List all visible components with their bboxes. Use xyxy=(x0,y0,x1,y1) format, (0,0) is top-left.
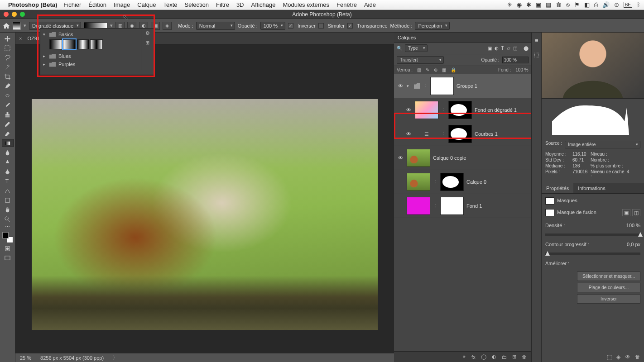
link-layers-icon[interactable]: ⚭ xyxy=(462,354,466,360)
tab-informations[interactable]: Informations xyxy=(573,183,610,193)
marquee-tool[interactable] xyxy=(2,44,14,52)
lock-transparency-icon[interactable]: ▨ xyxy=(417,67,421,72)
doc-dimensions[interactable]: 8256 px x 5504 px (300 ppp) xyxy=(40,355,104,361)
opacity-value[interactable]: 100 % xyxy=(260,22,285,30)
density-slider[interactable] xyxy=(545,233,640,236)
lock-paint-icon[interactable]: ✎ xyxy=(426,67,429,72)
layer-gradient-fill[interactable]: 👁 ⋮ Fond en dégradé 1 xyxy=(394,98,531,122)
stamp-tool[interactable] xyxy=(2,110,14,119)
wand-tool[interactable] xyxy=(2,63,14,71)
menubar-tray[interactable]: ✳ ◉ ✱ ▣ ▤ 🗑 ⎋ ⚑ ◧ ⎙ 🔊 ⊙ BE ᛒ xyxy=(507,1,640,8)
layer-name[interactable]: Fond 1 xyxy=(466,203,482,209)
menu-filter[interactable]: Filtre xyxy=(216,1,229,8)
density-value[interactable]: 100 % xyxy=(626,223,640,228)
layer-background[interactable]: ⋮ Fond 1 xyxy=(394,194,531,218)
filter-type-icon[interactable]: T xyxy=(501,46,504,51)
pixel-mask-icon[interactable]: ▣ xyxy=(622,209,630,216)
eyedropper-tool[interactable] xyxy=(2,82,14,90)
menu-plugins[interactable]: Modules externes xyxy=(283,1,329,8)
lock-all-icon[interactable]: 🔒 xyxy=(451,67,456,72)
filter-shape-icon[interactable]: ▱ xyxy=(507,46,510,51)
gradient-presets-panel[interactable]: ▾Basics ▸Blues ▸Purples ⚙ ⊞ xyxy=(40,28,154,75)
color-range-button[interactable]: Plage de couleurs... xyxy=(577,283,640,292)
blend-mode-dropdown[interactable]: Normal xyxy=(196,22,235,30)
histogram-source-dropdown[interactable]: Image entière xyxy=(565,141,640,148)
link-icon[interactable]: ⋮ xyxy=(433,204,437,209)
layer-name[interactable]: Courbes 1 xyxy=(475,131,498,137)
chevron-down-icon[interactable]: ▾ xyxy=(407,84,411,88)
mask-thumbnail[interactable] xyxy=(440,197,464,215)
canvas[interactable] xyxy=(15,44,394,353)
new-preset-icon[interactable]: ⊞ xyxy=(145,40,149,46)
eraser-tool[interactable] xyxy=(2,129,14,138)
link-icon[interactable]: ⋮ xyxy=(441,108,446,113)
new-layer-icon[interactable]: ⊞ xyxy=(512,354,516,360)
move-tool[interactable] xyxy=(2,34,14,43)
quickmask-icon[interactable] xyxy=(2,244,14,252)
link-icon[interactable]: ⋮ xyxy=(433,180,437,185)
gradient-diamond-icon[interactable]: ◈ xyxy=(163,22,172,30)
healing-tool[interactable] xyxy=(2,91,14,100)
menu-display[interactable]: Affichage xyxy=(251,1,276,8)
zoom-level[interactable]: 25 % xyxy=(20,355,31,361)
preset-swatch-selected[interactable] xyxy=(63,39,76,49)
link-icon[interactable]: ⋮ xyxy=(423,84,428,89)
apply-mask-icon[interactable]: ◈ xyxy=(616,354,620,360)
toggle-mask-icon[interactable]: 👁 xyxy=(625,354,630,360)
dodge-tool[interactable] xyxy=(2,158,14,166)
tray-icon[interactable]: ◉ xyxy=(517,1,522,8)
collapsed-panel-strip[interactable]: ≡ ⬚ xyxy=(532,33,542,362)
preset-group-purples[interactable]: ▸Purples xyxy=(43,60,138,68)
crop-tool[interactable] xyxy=(2,72,14,81)
menu-file[interactable]: Fichier xyxy=(63,1,81,8)
filter-toggle[interactable]: ⬤ xyxy=(524,46,529,51)
type-tool[interactable]: T xyxy=(2,177,14,185)
menu-layer[interactable]: Calque xyxy=(137,1,156,8)
brush-tool[interactable] xyxy=(2,101,14,109)
edit-toolbar[interactable]: ⋯ xyxy=(2,224,14,229)
tray-icon[interactable]: ⎋ xyxy=(566,1,570,8)
home-icon[interactable] xyxy=(3,23,10,29)
blend-mode-dropdown[interactable]: Transfert xyxy=(397,56,444,64)
method-dropdown[interactable]: Perception xyxy=(415,22,450,30)
screenmode-icon[interactable] xyxy=(2,254,14,262)
lasso-tool[interactable] xyxy=(2,53,14,62)
menu-selection[interactable]: Sélection xyxy=(185,1,209,8)
visibility-icon[interactable]: 👁 xyxy=(397,155,404,161)
mask-type-icon[interactable] xyxy=(545,197,554,205)
visibility-icon[interactable]: 👁 xyxy=(405,131,412,137)
feather-value[interactable]: 0,0 px xyxy=(627,242,640,247)
tray-icon[interactable]: BE xyxy=(624,2,632,8)
zoom-tool[interactable] xyxy=(2,215,14,223)
tray-icon[interactable]: ✳ xyxy=(507,1,512,8)
visibility-icon[interactable]: 👁 xyxy=(397,83,404,89)
layer-group-1[interactable]: 👁 ▾ ⋮ Groupe 1 xyxy=(394,74,531,98)
layer-name[interactable]: Calque 0 xyxy=(466,179,486,185)
fx-icon[interactable]: fx xyxy=(471,354,476,360)
panel-icon[interactable]: ⬚ xyxy=(534,51,539,58)
inverse-checkbox[interactable] xyxy=(288,23,293,29)
tray-icon[interactable]: 🔊 xyxy=(602,1,610,8)
layer-thumbnail[interactable] xyxy=(407,149,430,167)
pen-tool[interactable] xyxy=(2,167,14,176)
layer-thumbnail[interactable] xyxy=(407,173,430,191)
filter-smart-icon[interactable]: ◫ xyxy=(513,46,517,51)
gradient-tool[interactable] xyxy=(2,139,14,147)
group-icon[interactable]: 🗀 xyxy=(502,354,507,360)
tray-icon[interactable]: ⊙ xyxy=(614,1,619,8)
filter-image-icon[interactable]: ▣ xyxy=(488,46,492,51)
preset-group-basics[interactable]: ▾Basics xyxy=(43,30,138,38)
layer-name[interactable]: Fond en dégradé 1 xyxy=(475,107,517,113)
mask-thumbnail[interactable] xyxy=(430,77,454,95)
preset-swatch[interactable] xyxy=(90,39,103,49)
hand-tool[interactable] xyxy=(2,205,14,214)
menu-text[interactable]: Texte xyxy=(163,1,177,8)
path-tool[interactable] xyxy=(2,186,14,195)
mask-thumbnail[interactable] xyxy=(448,101,472,119)
menu-window[interactable]: Fenêtre xyxy=(336,1,357,8)
layer-filter-dropdown[interactable]: Type xyxy=(405,44,428,52)
layer-thumbnail[interactable] xyxy=(407,197,430,215)
tray-icon[interactable]: ▤ xyxy=(546,1,551,8)
menu-edit[interactable]: Édition xyxy=(88,1,106,8)
search-icon[interactable]: 🔍 xyxy=(397,46,402,51)
